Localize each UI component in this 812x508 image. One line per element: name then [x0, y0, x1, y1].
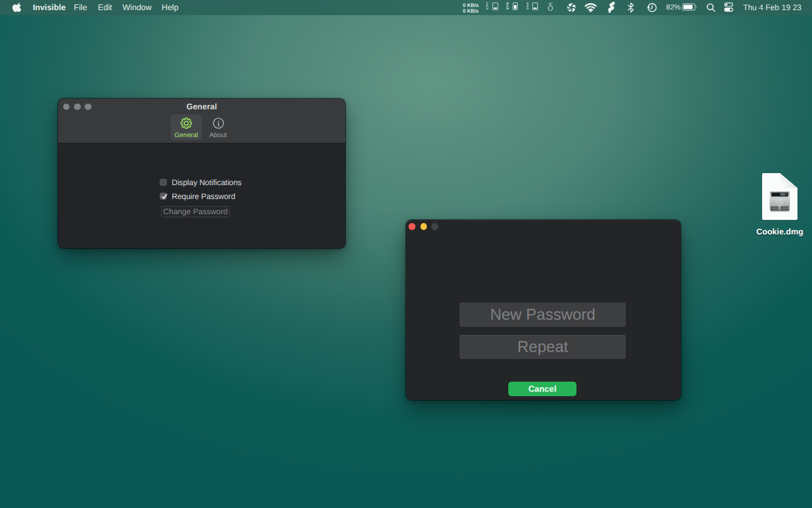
svg-text:i: i	[217, 119, 220, 128]
